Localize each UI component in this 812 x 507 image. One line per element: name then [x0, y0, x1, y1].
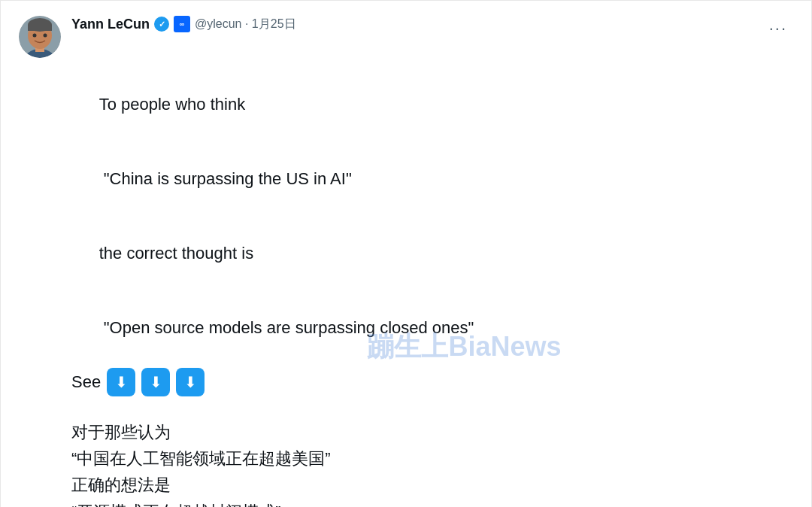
user-info: Yann LeCun ✓ ∞ @ylecun · 1月25日: [71, 16, 763, 32]
arrows-group: ⬇ ⬇ ⬇: [107, 368, 208, 396]
svg-rect-5: [28, 25, 52, 31]
tweet-header: Yann LeCun ✓ ∞ @ylecun · 1月25日 ···: [19, 16, 793, 58]
svg-point-6: [33, 34, 37, 38]
more-options-button[interactable]: ···: [763, 16, 793, 41]
svg-point-7: [44, 34, 47, 38]
tweet-card: 蹦生上BiaNews: [0, 0, 812, 507]
arrow-down-2: ⬇: [141, 368, 170, 396]
avatar: [19, 16, 61, 58]
tweet-text-en: To people who think "China is surpassing…: [71, 67, 793, 365]
chinese-section: 对于那些认为 “中国在人工智能领域正在超越美国” 正确的想法是 “开源模式正在超…: [19, 419, 793, 507]
handle-date: @ylecun · 1月25日: [195, 17, 296, 32]
verified-badge: ✓: [154, 17, 169, 32]
arrow-down-1: ⬇: [107, 368, 135, 396]
user-name: Yann LeCun: [71, 17, 150, 32]
see-row: See ⬇ ⬇ ⬇: [71, 368, 793, 396]
meta-logo: ∞: [174, 16, 190, 32]
tweet-body: To people who think "China is surpassing…: [19, 67, 793, 396]
chinese-text: 对于那些认为 “中国在人工智能领域正在超越美国” 正确的想法是 “开源模式正在超…: [71, 419, 793, 507]
user-name-row: Yann LeCun ✓ ∞ @ylecun · 1月25日: [71, 16, 763, 32]
arrow-down-3: ⬇: [176, 368, 205, 396]
